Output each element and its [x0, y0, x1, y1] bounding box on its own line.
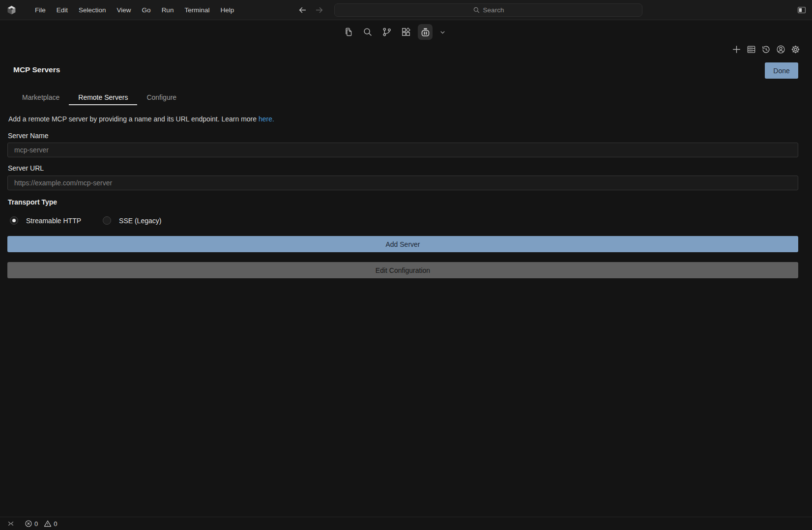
problems-indicator[interactable]: 0 0: [25, 520, 57, 528]
activity-bar: [341, 23, 448, 41]
search-placeholder: Search: [483, 6, 504, 14]
menu-file[interactable]: File: [29, 0, 51, 20]
new-chat-plus-icon[interactable]: [730, 43, 742, 56]
ai-assistant-icon[interactable]: [418, 24, 433, 40]
title-bar: File Edit Selection View Go Run Terminal…: [0, 0, 812, 20]
menu-bar: File Edit Selection View Go Run Terminal…: [29, 0, 239, 20]
source-control-icon[interactable]: [379, 24, 394, 40]
back-arrow-icon[interactable]: [297, 4, 308, 16]
layout-toggle-icon[interactable]: [797, 5, 807, 15]
app-logo-icon: [6, 5, 17, 15]
radio-sse-legacy[interactable]: SSE (Legacy): [103, 216, 161, 225]
server-name-input[interactable]: [7, 143, 798, 157]
menu-selection[interactable]: Selection: [73, 0, 112, 20]
tab-marketplace[interactable]: Marketplace: [13, 90, 69, 105]
radio-selected-icon[interactable]: [10, 216, 18, 225]
menu-help[interactable]: Help: [215, 0, 239, 20]
error-icon: [25, 520, 32, 528]
intro-text: Add a remote MCP server by providing a n…: [8, 115, 274, 123]
app-window: File Edit Selection View Go Run Terminal…: [0, 0, 812, 530]
account-icon[interactable]: [775, 43, 786, 56]
search-input[interactable]: Search: [334, 3, 642, 17]
radio-unselected-icon[interactable]: [103, 216, 111, 225]
done-button[interactable]: Done: [765, 62, 798, 79]
edit-configuration-button[interactable]: Edit Configuration: [7, 262, 798, 278]
history-icon[interactable]: [760, 43, 772, 56]
status-bar: 0 0: [0, 517, 812, 530]
settings-gear-icon[interactable]: [789, 43, 801, 56]
server-url-input[interactable]: [7, 176, 798, 190]
tab-bar: Marketplace Remote Servers Configure: [13, 90, 186, 105]
error-count: 0: [34, 520, 38, 528]
extensions-icon[interactable]: [399, 24, 413, 40]
panel-toolbar: [730, 42, 801, 56]
warning-count: 0: [54, 520, 57, 528]
radio-streamable-http[interactable]: Streamable HTTP: [10, 216, 81, 225]
tab-remote-servers[interactable]: Remote Servers: [69, 90, 137, 105]
menu-run[interactable]: Run: [156, 0, 179, 20]
learn-more-link[interactable]: here.: [259, 115, 274, 123]
menu-go[interactable]: Go: [137, 0, 156, 20]
server-list-icon[interactable]: [745, 43, 757, 56]
page-title: MCP Servers: [13, 65, 60, 74]
menu-edit[interactable]: Edit: [51, 0, 73, 20]
forward-arrow-icon[interactable]: [314, 4, 325, 16]
server-url-label: Server URL: [8, 164, 44, 172]
explorer-files-icon[interactable]: [341, 24, 356, 40]
menu-view[interactable]: View: [112, 0, 137, 20]
radio-streamable-http-label: Streamable HTTP: [26, 217, 81, 225]
server-name-label: Server Name: [8, 132, 48, 140]
intro-description: Add a remote MCP server by providing a n…: [8, 115, 257, 123]
radio-sse-legacy-label: SSE (Legacy): [119, 217, 161, 225]
add-server-button[interactable]: Add Server: [7, 236, 798, 252]
chevron-down-icon[interactable]: [437, 24, 448, 40]
tab-configure[interactable]: Configure: [137, 90, 186, 105]
transport-radio-group: Streamable HTTP SSE (Legacy): [10, 216, 161, 225]
remote-indicator-icon[interactable]: [7, 520, 15, 528]
warning-icon: [44, 520, 52, 528]
transport-type-label: Transport Type: [8, 198, 57, 206]
search-panel-icon[interactable]: [360, 24, 375, 40]
menu-terminal[interactable]: Terminal: [179, 0, 215, 20]
search-icon: [473, 6, 480, 14]
